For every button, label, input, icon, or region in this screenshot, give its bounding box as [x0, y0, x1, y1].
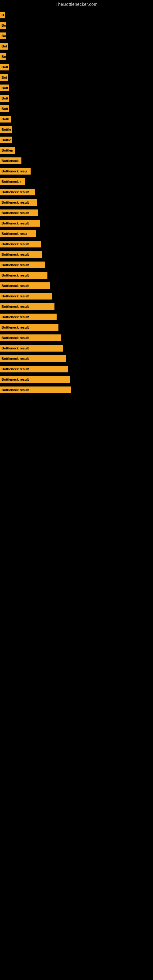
bottleneck-label[interactable]: Bottleneck r — [0, 178, 25, 185]
list-item: Bottleneck result — [0, 239, 153, 249]
bottleneck-label[interactable]: Bott — [0, 105, 9, 112]
list-item: Bottleneck result — [0, 301, 153, 312]
list-item: Bottleneck resu — [0, 166, 153, 177]
bottleneck-label[interactable]: Bottleneck result — [0, 324, 59, 331]
list-item: Bottleneck resu — [0, 229, 153, 239]
bottleneck-label[interactable]: Bottleneck result — [0, 220, 40, 227]
bottleneck-label[interactable]: Bottleneck result — [0, 199, 37, 206]
list-item: Bottleneck result — [0, 312, 153, 322]
bottleneck-label[interactable]: Bottlen — [0, 147, 15, 154]
list-item: Bottleneck result — [0, 280, 153, 291]
bottleneck-label[interactable]: Bott — [0, 95, 9, 102]
list-item: Bottleneck result — [0, 291, 153, 301]
bottleneck-label[interactable]: Bottleneck result — [0, 313, 57, 320]
list-item: Bottleneck r — [0, 177, 153, 187]
list-item: Bo — [0, 51, 153, 62]
bottleneck-label[interactable]: Bottleneck result — [0, 282, 50, 289]
bottleneck-label[interactable]: Bottleneck result — [0, 241, 41, 247]
list-item: Bottle — [0, 135, 153, 145]
list-item: Bott — [0, 103, 153, 114]
list-item: Bottleneck result — [0, 364, 153, 374]
bottleneck-label[interactable]: Bott — [0, 64, 9, 70]
list-item: Bottl — [0, 114, 153, 124]
list-item: Bottleneck result — [0, 249, 153, 260]
bottleneck-label[interactable]: Bottl — [0, 116, 11, 123]
list-item: Bott — [0, 62, 153, 72]
bottleneck-label[interactable]: Bottleneck result — [0, 366, 68, 372]
bottleneck-label[interactable]: Bot — [0, 43, 8, 49]
list-item: Bo — [0, 30, 153, 41]
bottleneck-label[interactable]: Bottleneck resu — [0, 168, 30, 175]
bottleneck-label[interactable]: Bottleneck result — [0, 293, 52, 299]
list-item: Bottlen — [0, 145, 153, 156]
bottleneck-label[interactable]: Bottleneck result — [0, 303, 54, 310]
bottleneck-label[interactable]: Bottleneck result — [0, 251, 42, 258]
bottleneck-label[interactable]: Bottleneck result — [0, 210, 38, 216]
list-item: B — [0, 10, 153, 20]
bottleneck-label[interactable]: Bo — [0, 22, 6, 29]
bottleneck-label[interactable]: Bottleneck result — [0, 345, 63, 352]
bottleneck-label[interactable]: Bottle — [0, 126, 12, 133]
list-item: Bottleneck result — [0, 322, 153, 332]
list-item: Bottleneck result — [0, 353, 153, 364]
list-item: Bot — [0, 72, 153, 83]
list-item: Bottleneck result — [0, 343, 153, 353]
list-item: Bottleneck result — [0, 208, 153, 218]
bottleneck-label[interactable]: Bottleneck result — [0, 189, 35, 196]
list-item: Bottleneck result — [0, 218, 153, 229]
list-item: Bot — [0, 41, 153, 51]
site-title: TheBottlenecker.com — [0, 0, 153, 10]
bottleneck-label[interactable]: B — [0, 12, 5, 18]
list-item: Bottleneck result — [0, 197, 153, 208]
bottleneck-label[interactable]: Bo — [0, 32, 6, 39]
bottleneck-label[interactable]: Bottleneck resu — [0, 230, 36, 237]
bottleneck-label[interactable]: Bott — [0, 84, 9, 91]
bottleneck-label[interactable]: Bottleneck result — [0, 355, 66, 362]
list-item: Bottleneck result — [0, 187, 153, 197]
bottleneck-label[interactable]: Bottleneck — [0, 158, 21, 164]
bottleneck-label[interactable]: Bottleneck result — [0, 272, 48, 279]
list-item: Bottle — [0, 124, 153, 135]
bottleneck-label[interactable]: Bo — [0, 53, 6, 60]
list-item: Bottleneck result — [0, 385, 153, 395]
bottleneck-label[interactable]: Bottleneck result — [0, 376, 70, 383]
bottleneck-label[interactable]: Bottle — [0, 137, 12, 143]
list-item: Bottleneck result — [0, 270, 153, 280]
list-item: Bo — [0, 20, 153, 30]
bottleneck-label[interactable]: Bottleneck result — [0, 334, 61, 341]
list-item: Bottleneck result — [0, 332, 153, 343]
list-item: Bottleneck result — [0, 260, 153, 270]
list-item: Bott — [0, 83, 153, 93]
list-item: Bottleneck — [0, 156, 153, 166]
list-item: Bottleneck result — [0, 374, 153, 385]
list-item: Bott — [0, 93, 153, 103]
bottleneck-label[interactable]: Bottleneck result — [0, 261, 45, 268]
bottleneck-label[interactable]: Bot — [0, 74, 8, 81]
bottleneck-label[interactable]: Bottleneck result — [0, 387, 71, 393]
